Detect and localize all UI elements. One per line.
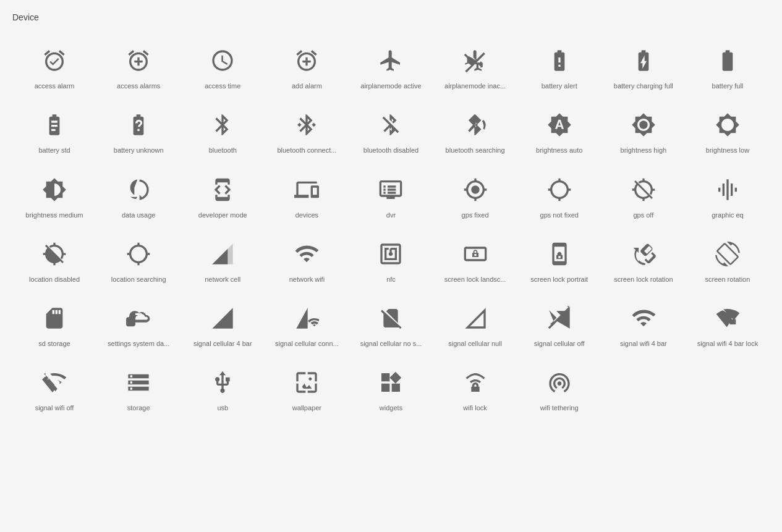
access-time-label: access time [205, 82, 240, 90]
icon-item-brightness-low[interactable]: brightness low [686, 99, 770, 163]
icon-item-bluetooth[interactable]: bluetooth [181, 99, 265, 163]
icon-item-airplanemode-active[interactable]: airplanemode active [349, 35, 433, 99]
icon-item-battery-full[interactable]: battery full [686, 35, 770, 99]
icon-item-location-searching[interactable]: location searching [96, 228, 181, 292]
developer-mode-label: developer mode [198, 211, 247, 219]
icon-item-battery-charging-full[interactable]: battery charging full [601, 35, 686, 99]
location-searching-icon [124, 239, 153, 269]
icon-item-developer-mode[interactable]: developer mode [181, 164, 265, 228]
icon-item-signal-cellular-no-sim[interactable]: signal cellular no s... [349, 292, 433, 357]
icon-item-battery-unknown[interactable]: battery unknown [96, 99, 181, 163]
data-usage-label: data usage [122, 211, 155, 219]
location-searching-label: location searching [111, 275, 166, 284]
screen-rotation-label: screen rotation [705, 275, 750, 284]
icon-item-signal-wifi-4-bar-lock[interactable]: signal wifi 4 bar lock [686, 292, 770, 357]
wifi-lock-icon [461, 368, 490, 397]
screen-lock-rotation-icon [629, 239, 658, 269]
icon-grid: access alarm access alarms access time a… [12, 35, 770, 421]
access-alarm-label: access alarm [35, 82, 75, 90]
bluetooth-connected-icon [292, 110, 321, 140]
brightness-medium-label: brightness medium [26, 211, 83, 219]
icon-item-signal-cellular-4-bar[interactable]: signal cellular 4 bar [181, 292, 265, 357]
icon-item-wifi-lock[interactable]: wifi lock [433, 357, 517, 421]
icon-item-add-alarm[interactable]: add alarm [265, 35, 349, 99]
icon-item-settings-system-daydream[interactable]: settings system da... [96, 292, 181, 357]
page-title: Device [12, 12, 770, 22]
network-cell-icon [208, 239, 237, 269]
icon-item-devices[interactable]: devices [265, 164, 349, 228]
icon-item-wallpaper[interactable]: wallpaper [265, 357, 349, 421]
icon-item-signal-wifi-off[interactable]: signal wifi off [12, 357, 96, 421]
icon-item-bluetooth-disabled[interactable]: bluetooth disabled [349, 99, 433, 163]
location-disabled-label: location disabled [29, 275, 80, 284]
gps-fixed-label: gps fixed [462, 211, 489, 219]
icon-item-graphic-eq[interactable]: graphic eq [686, 164, 770, 228]
add-alarm-label: add alarm [292, 82, 322, 90]
gps-fixed-icon [461, 175, 490, 205]
bluetooth-connected-label: bluetooth connect... [277, 146, 336, 154]
icon-item-battery-alert[interactable]: battery alert [517, 35, 601, 99]
icon-item-bluetooth-connected[interactable]: bluetooth connect... [265, 99, 349, 163]
icon-item-signal-wifi-4-bar[interactable]: signal wifi 4 bar [601, 292, 686, 357]
icon-item-sd-storage[interactable]: sd storage [12, 292, 96, 357]
network-wifi-icon [292, 239, 321, 269]
gps-not-fixed-icon [545, 175, 574, 205]
storage-icon [124, 368, 153, 397]
icon-item-wifi-tethering[interactable]: wifi tethering [517, 357, 601, 421]
gps-off-icon [629, 175, 658, 205]
brightness-high-label: brightness high [621, 146, 667, 154]
icon-item-signal-cellular-null[interactable]: signal cellular null [433, 292, 517, 357]
icon-item-gps-off[interactable]: gps off [601, 164, 686, 228]
icon-item-battery-std[interactable]: battery std [12, 99, 96, 163]
icon-item-bluetooth-searching[interactable]: bluetooth searching [433, 99, 517, 163]
icon-item-screen-lock-portrait[interactable]: screen lock portrait [517, 228, 601, 292]
gps-off-label: gps off [633, 211, 653, 219]
icon-item-dvr[interactable]: dvr [349, 164, 433, 228]
icon-item-storage[interactable]: storage [96, 357, 181, 421]
icon-item-usb[interactable]: usb [181, 357, 265, 421]
signal-wifi-4-bar-lock-icon [713, 303, 742, 333]
access-alarm-icon [40, 46, 69, 75]
wifi-tethering-label: wifi tethering [540, 403, 579, 412]
sd-storage-icon [40, 303, 69, 333]
icon-item-brightness-high[interactable]: brightness high [601, 99, 686, 163]
wallpaper-label: wallpaper [292, 403, 321, 412]
battery-std-icon [40, 110, 69, 140]
wifi-lock-label: wifi lock [463, 403, 487, 412]
icon-item-brightness-auto[interactable]: brightness auto [517, 99, 601, 163]
icon-item-access-alarm[interactable]: access alarm [12, 35, 96, 99]
icon-item-network-cell[interactable]: network cell [181, 228, 265, 292]
icon-item-location-disabled[interactable]: location disabled [12, 228, 96, 292]
icon-item-widgets[interactable]: widgets [349, 357, 433, 421]
screen-rotation-icon [713, 239, 742, 269]
icon-item-signal-cellular-connected[interactable]: signal cellular conn... [265, 292, 349, 357]
signal-cellular-no-sim-icon [376, 303, 406, 333]
icon-item-data-usage[interactable]: data usage [96, 164, 181, 228]
icon-item-brightness-medium[interactable]: brightness medium [12, 164, 96, 228]
icon-item-screen-rotation[interactable]: screen rotation [686, 228, 770, 292]
icon-item-screen-lock-landscape[interactable]: screen lock landsc... [433, 228, 517, 292]
settings-system-daydream-icon [124, 303, 153, 333]
icon-item-access-alarms[interactable]: access alarms [96, 35, 181, 99]
airplanemode-active-icon [376, 46, 406, 75]
airplanemode-active-label: airplanemode active [360, 82, 421, 90]
screen-lock-rotation-label: screen lock rotation [614, 275, 673, 284]
bluetooth-label: bluetooth [209, 146, 237, 154]
bluetooth-searching-icon [461, 110, 490, 140]
access-alarms-icon [124, 46, 153, 75]
battery-charging-full-label: battery charging full [614, 82, 673, 90]
icon-item-nfc[interactable]: nfc [349, 228, 433, 292]
icon-item-airplanemode-inactive[interactable]: airplanemode inac... [433, 35, 517, 99]
icon-item-gps-not-fixed[interactable]: gps not fixed [517, 164, 601, 228]
icon-item-network-wifi[interactable]: network wifi [265, 228, 349, 292]
usb-label: usb [217, 403, 228, 412]
battery-full-icon [713, 46, 742, 75]
icon-item-signal-cellular-off[interactable]: signal cellular off [517, 292, 601, 357]
signal-wifi-4-bar-icon [629, 303, 658, 333]
developer-mode-icon [208, 175, 237, 205]
icon-item-gps-fixed[interactable]: gps fixed [433, 164, 517, 228]
signal-wifi-off-label: signal wifi off [35, 403, 74, 412]
settings-system-daydream-label: settings system da... [108, 339, 169, 348]
icon-item-access-time[interactable]: access time [181, 35, 265, 99]
icon-item-screen-lock-rotation[interactable]: screen lock rotation [601, 228, 686, 292]
